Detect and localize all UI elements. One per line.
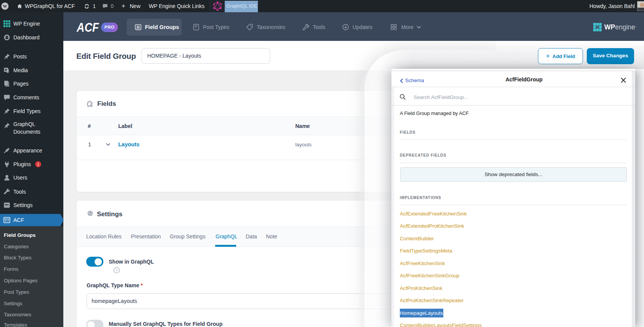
- svg-text:?: ?: [116, 269, 118, 272]
- svg-text:W: W: [3, 4, 7, 8]
- svg-text:ACF: ACF: [76, 21, 99, 33]
